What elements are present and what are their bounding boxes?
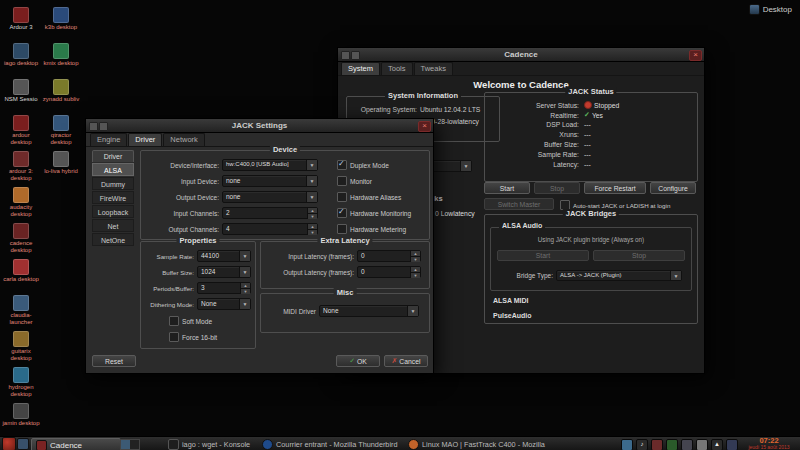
tab-network[interactable]: Network (163, 133, 205, 146)
driver-item-netone[interactable]: NetOne (92, 233, 134, 246)
close-icon[interactable]: × (418, 121, 431, 132)
device-interface-select[interactable]: hw:C400,0 [USB Audio]▼ (222, 159, 318, 171)
tray-icon-8[interactable] (726, 439, 738, 450)
folder-icon (13, 43, 29, 59)
x-icon: ✗ (391, 357, 397, 365)
hardware-aliases-checkbox[interactable] (337, 192, 347, 202)
desktop-icon-cadence[interactable]: cadence desktop (2, 222, 40, 258)
desktop-icon-ardour3-file[interactable]: ardour 3: desktop (2, 150, 40, 186)
tab-driver[interactable]: Driver (128, 133, 162, 146)
configure-button[interactable]: Configure (650, 182, 696, 194)
show-desktop-button[interactable] (17, 438, 29, 450)
stop-button[interactable]: Stop (534, 182, 580, 194)
spin-arrows-icon[interactable]: ▲▼ (307, 208, 317, 218)
spin-arrows-icon[interactable]: ▲▼ (307, 224, 317, 234)
sample-rate-select[interactable]: 44100▼ (197, 250, 251, 262)
cadence-titlebar[interactable]: Cadence × (338, 48, 704, 62)
hardware-monitoring-checkbox[interactable] (337, 208, 347, 218)
driver-item-dummy[interactable]: Dummy (92, 177, 134, 190)
ok-button[interactable]: ✓OK (336, 355, 380, 367)
dithering-mode-select[interactable]: None▼ (197, 298, 251, 310)
desktop-icon-nsm[interactable]: NSM Sessio (2, 78, 40, 114)
desktop-icon-kmix[interactable]: kmix desktop (42, 42, 80, 78)
soft-mode-checkbox[interactable] (169, 316, 179, 326)
tray-icon-2[interactable]: ♪ (636, 439, 648, 450)
periods-buffer-stepper[interactable]: 3▲▼ (197, 282, 251, 294)
taskbar-task-cadence[interactable]: Cadence (31, 438, 121, 450)
close-icon[interactable]: × (689, 50, 702, 61)
input-channels-row: Input Channels: 2▲▼ (145, 207, 318, 219)
properties-group: Properties Sample Rate: 44100▼ Buffer Si… (140, 241, 256, 349)
plugin-bridge-note: Using JACK plugin bridge (Always on) (491, 236, 691, 243)
hardware-metering-checkbox[interactable] (337, 224, 347, 234)
switch-master-button[interactable]: Switch Master (484, 198, 554, 210)
driver-item-net[interactable]: Net (92, 219, 134, 232)
output-channels-row: Output Channels: 4▲▼ (145, 223, 318, 235)
tray-icon-5[interactable] (681, 439, 693, 450)
tray-icon-3[interactable] (651, 439, 663, 450)
tray-icon-4[interactable] (666, 439, 678, 450)
chevron-down-icon: ▼ (670, 271, 681, 280)
spin-arrows-icon[interactable]: ▲▼ (410, 267, 420, 277)
force-restart-button[interactable]: Force Restart (584, 182, 646, 194)
tray-icon-6[interactable] (696, 439, 708, 450)
desktop-icon-hydrogen[interactable]: hydrogen desktop (2, 366, 40, 402)
desktop-icon-carla[interactable]: carla desktop (2, 258, 40, 294)
buffer-size-select[interactable]: 1024▼ (197, 266, 251, 278)
digital-clock[interactable]: 07:22 jeudi 15 août 2013 (740, 437, 798, 450)
tab-tools[interactable]: Tools (381, 62, 413, 75)
pager[interactable] (120, 438, 140, 450)
taskbar-task-thunderbird[interactable]: Courrier entrant - Mozilla Thunderbird (262, 438, 402, 450)
input-channels-stepper[interactable]: 2▲▼ (222, 207, 318, 219)
start-button[interactable]: Start (484, 182, 530, 194)
tray-icon-1[interactable] (621, 439, 633, 450)
pager-icon (120, 439, 140, 450)
driver-item-alsa[interactable]: ALSA (92, 163, 134, 176)
duplex-mode-checkbox[interactable] (337, 160, 347, 170)
buffer-size-row: Buffer Size: --- (487, 141, 591, 148)
taskbar-task-konsole[interactable]: iago : wget - Konsole (168, 438, 256, 450)
spin-arrows-icon[interactable]: ▲▼ (240, 283, 250, 293)
desktop-icon-jamin[interactable]: jamin desktop (2, 402, 40, 438)
desktop-icon-ardour3[interactable]: Ardour 3 (2, 6, 40, 42)
bridge-stop-button[interactable]: Stop (593, 250, 685, 261)
taskbar-task-mozilla[interactable]: Linux MAO | FastTrack C400 - Mozilla (408, 438, 546, 450)
alsa-midi-heading: ALSA MIDI (493, 297, 529, 304)
bridge-start-button[interactable]: Start (497, 250, 589, 261)
spin-arrows-icon[interactable]: ▲▼ (410, 251, 420, 261)
output-device-select[interactable]: none▼ (222, 191, 318, 203)
input-latency-stepper[interactable]: 0▲▼ (357, 250, 421, 262)
qtractor-icon (53, 115, 69, 131)
desktop-icon-guitarix[interactable]: guitarix desktop (2, 330, 40, 366)
output-latency-row: Output Latency (frames): 0▲▼ (264, 266, 421, 278)
cancel-button[interactable]: ✗Cancel (384, 355, 428, 367)
force-16bit-checkbox[interactable] (169, 332, 179, 342)
jack-settings-titlebar[interactable]: JACK Settings × (86, 119, 433, 133)
desktop-icon-iago[interactable]: iago desktop (2, 42, 40, 78)
desktop-icon-lo-hybrid[interactable]: lo-liva hybrid (42, 150, 80, 186)
desktop-icon-audacity[interactable]: audacity desktop (2, 186, 40, 222)
desktop-icon-k3b[interactable]: k3b desktop (42, 6, 80, 42)
driver-section-tab[interactable]: Driver (92, 150, 134, 162)
desktop-icon-zynadd[interactable]: zynadd subliv (42, 78, 80, 114)
midi-driver-select[interactable]: None▼ (319, 305, 419, 317)
firefox-icon (408, 439, 419, 450)
misc-group: Misc MIDI Driver None▼ (260, 293, 430, 333)
monitor-checkbox[interactable] (337, 176, 347, 186)
output-channels-stepper[interactable]: 4▲▼ (222, 223, 318, 235)
desktop-icon-claudia[interactable]: claudia-launcher (2, 294, 40, 330)
driver-item-loopback[interactable]: Loopback (92, 205, 134, 218)
desktop-toolbox[interactable]: Desktop (749, 4, 792, 15)
tab-system[interactable]: System (341, 62, 380, 75)
desktop-icon-ardour[interactable]: ardour desktop (2, 114, 40, 150)
reset-button[interactable]: Reset (92, 355, 136, 367)
tray-icon-7[interactable]: ▲ (711, 439, 723, 450)
tab-tweaks[interactable]: Tweaks (414, 62, 453, 75)
app-launcher[interactable] (2, 438, 16, 450)
output-latency-stepper[interactable]: 0▲▼ (357, 266, 421, 278)
driver-item-firewire[interactable]: FireWire (92, 191, 134, 204)
bridge-type-select[interactable]: ALSA -> JACK (Plugin) ▼ (556, 270, 682, 281)
input-device-select[interactable]: none▼ (222, 175, 318, 187)
desktop-icon-qtractor[interactable]: qtractor desktop (42, 114, 80, 150)
tab-engine[interactable]: Engine (90, 133, 127, 146)
